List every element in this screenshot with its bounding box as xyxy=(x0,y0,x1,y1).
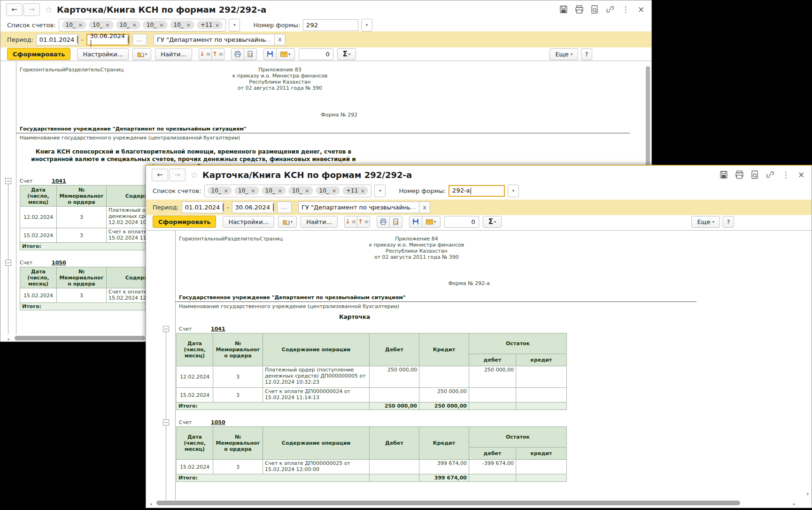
settings-button[interactable]: Настройки... xyxy=(223,216,274,228)
sum-button[interactable]: Σ▾ xyxy=(337,48,356,60)
account-chip[interactable]: 10_× xyxy=(62,21,87,29)
save-icon[interactable] xyxy=(559,5,568,14)
form-number-input[interactable]: 292-а xyxy=(449,185,505,197)
calendar-icon[interactable] xyxy=(223,203,224,211)
account-chip[interactable]: 10_× xyxy=(143,21,168,29)
accounts-list-field[interactable]: 10_× 10_× 10_× 10_× 10_× +11∨ xyxy=(204,185,372,197)
scroll-left-arrow[interactable]: ◂ xyxy=(150,502,152,506)
print-button[interactable] xyxy=(231,48,244,60)
sort-ascending-button[interactable]: ↑≡ xyxy=(357,216,370,228)
preview-icon[interactable] xyxy=(750,170,759,179)
calendar-icon[interactable] xyxy=(128,36,129,44)
print-preview-button[interactable] xyxy=(244,48,257,60)
period-to-input[interactable]: 30.06.2024 xyxy=(86,34,130,46)
scroll-right-arrow[interactable]: ▸ xyxy=(793,502,796,506)
generate-button[interactable]: Сформировать xyxy=(7,48,70,60)
autosum-counter-input[interactable]: 0 xyxy=(444,216,479,228)
period-picker-button[interactable]: ... xyxy=(277,201,292,213)
forward-button[interactable]: → xyxy=(23,3,40,16)
accounts-dropdown-button[interactable]: ▾ xyxy=(374,185,386,197)
calendar-icon[interactable] xyxy=(77,36,78,44)
organization-clear-button[interactable]: x xyxy=(274,34,286,46)
print-button[interactable] xyxy=(377,216,390,228)
settings-button[interactable]: Настройки... xyxy=(77,48,129,60)
autosum-counter-input[interactable]: 0 xyxy=(299,48,333,60)
account-chip[interactable]: 10_× xyxy=(316,186,340,195)
print-icon[interactable] xyxy=(574,5,584,14)
back-button[interactable]: ← xyxy=(152,169,168,181)
more-button[interactable]: Еще ▾ xyxy=(691,216,720,228)
print-preview-button[interactable] xyxy=(389,216,402,228)
group-collapse-button[interactable]: − xyxy=(163,419,169,425)
chip-remove-icon[interactable]: × xyxy=(186,22,191,28)
account-chip[interactable]: 10_× xyxy=(116,21,141,29)
organization-picker-button[interactable]: ... xyxy=(410,204,417,210)
find-button[interactable]: Найти... xyxy=(155,48,192,60)
more-accounts-chip[interactable]: +11∨ xyxy=(197,21,223,29)
organization-picker-button[interactable]: ... xyxy=(265,37,272,43)
link-icon[interactable] xyxy=(766,170,775,179)
close-icon[interactable]: × xyxy=(636,5,646,14)
sort-ascending-button[interactable]: ↑≡ xyxy=(211,48,224,60)
account-chip[interactable]: 10_× xyxy=(262,186,286,195)
form-number-dropdown-button[interactable]: ▾ xyxy=(508,185,519,197)
chip-remove-icon[interactable]: × xyxy=(224,188,228,194)
send-mail-button[interactable]: ▾ xyxy=(422,216,441,228)
generate-button[interactable]: Сформировать xyxy=(153,216,216,228)
chip-remove-icon[interactable]: × xyxy=(332,188,336,194)
save-icon[interactable] xyxy=(719,170,728,179)
account-chip[interactable]: 10_× xyxy=(208,186,232,195)
menu-kebab-icon[interactable]: ⋮ xyxy=(781,170,790,179)
favorite-star-icon[interactable]: ☆ xyxy=(45,4,53,15)
period-picker-button[interactable]: ... xyxy=(132,34,147,46)
period-from-input[interactable]: 01.01.2024 xyxy=(36,34,78,46)
print-icon[interactable] xyxy=(735,170,744,179)
more-button[interactable]: Еще ▾ xyxy=(549,48,578,60)
save-result-button[interactable] xyxy=(409,216,422,228)
group-collapse-button[interactable]: − xyxy=(5,260,11,266)
group-collapse-button[interactable]: − xyxy=(163,326,169,332)
chip-remove-icon[interactable]: × xyxy=(305,188,309,194)
forward-button[interactable]: → xyxy=(169,169,186,181)
chip-remove-icon[interactable]: × xyxy=(132,22,137,28)
help-button[interactable]: ? xyxy=(581,48,592,60)
preview-icon[interactable] xyxy=(590,5,599,14)
more-accounts-chip[interactable]: +11∨ xyxy=(342,186,368,195)
sort-descending-button[interactable]: ↓≡ xyxy=(344,216,357,228)
send-mail-button[interactable]: ▾ xyxy=(276,48,295,60)
chip-remove-icon[interactable]: × xyxy=(159,22,163,28)
organization-input[interactable]: ГУ "Департамент по чрезвычайным ситуация… xyxy=(298,201,419,213)
scroll-left-arrow[interactable]: ◂ xyxy=(7,337,9,341)
sum-button[interactable]: Σ▾ xyxy=(483,216,502,228)
find-button[interactable]: Найти... xyxy=(301,216,338,228)
horizontal-scrollbar[interactable] xyxy=(156,501,740,505)
scroll-down-arrow[interactable]: ▾ xyxy=(806,492,809,496)
accounts-list-field[interactable]: 10_× 10_× 10_× 10_× 10_× +11∨ xyxy=(59,19,226,31)
sort-descending-button[interactable]: ↓≡ xyxy=(199,48,212,60)
account-chip[interactable]: 10_× xyxy=(89,21,114,29)
chip-remove-icon[interactable]: × xyxy=(251,188,255,194)
calendar-icon[interactable] xyxy=(273,203,274,211)
horizontal-scrollbar[interactable] xyxy=(15,336,145,340)
saved-settings-button[interactable]: ▾ xyxy=(278,216,297,228)
back-button[interactable]: ← xyxy=(6,3,23,16)
accounts-dropdown-button[interactable]: ▾ xyxy=(229,19,240,31)
account-chip[interactable]: 10_× xyxy=(234,186,259,195)
organization-clear-button[interactable]: x xyxy=(419,201,430,213)
menu-kebab-icon[interactable]: ⋮ xyxy=(621,5,630,14)
chip-remove-icon[interactable]: × xyxy=(105,22,109,28)
organization-input[interactable]: ГУ "Департамент по чрезвычайным ситуация… xyxy=(154,34,275,46)
close-icon[interactable]: × xyxy=(797,170,806,179)
account-chip[interactable]: 10_× xyxy=(170,21,195,29)
link-icon[interactable] xyxy=(605,5,615,14)
saved-settings-button[interactable]: ▾ xyxy=(132,48,151,60)
form-number-input[interactable]: 292 xyxy=(303,19,358,31)
favorite-star-icon[interactable]: ☆ xyxy=(190,170,198,180)
period-from-input[interactable]: 01.01.2024 xyxy=(182,201,224,213)
chip-remove-icon[interactable]: × xyxy=(78,22,83,28)
period-to-input[interactable]: 30.06.2024 xyxy=(232,201,274,213)
chip-remove-icon[interactable]: × xyxy=(278,188,282,194)
save-result-button[interactable] xyxy=(263,48,277,60)
account-chip[interactable]: 10_× xyxy=(288,186,313,195)
group-collapse-button[interactable]: − xyxy=(5,178,11,184)
